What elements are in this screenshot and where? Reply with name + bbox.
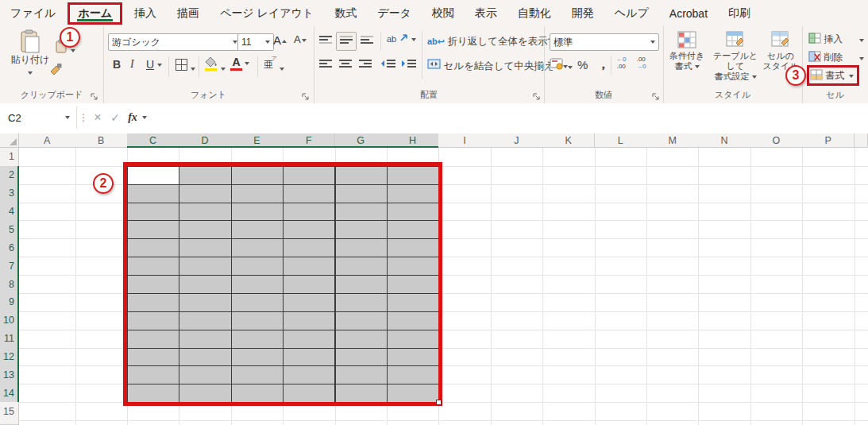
fill-color-button[interactable] [204,56,226,74]
align-right-button[interactable] [358,59,372,71]
menu-tab-page-layout[interactable]: ページ レイアウト [210,2,324,25]
menu-tab-automate[interactable]: 自動化 [507,2,561,25]
cancel-button[interactable]: × [89,106,106,129]
bold-button[interactable]: B [113,58,121,71]
column-header-O[interactable]: O [750,133,803,148]
font-name-select[interactable]: 游ゴシック [108,33,241,51]
format-painter-button[interactable] [49,63,63,79]
menu-tab-home[interactable]: ホーム [68,2,122,25]
top-align-button[interactable] [318,35,333,48]
row-header-7[interactable]: 7 [0,257,19,276]
increase-decimal-button[interactable]: ←0 .00 [616,56,626,70]
column-header-B[interactable]: B [75,133,128,148]
italic-button[interactable]: I [130,58,134,71]
menu-tab-insert[interactable]: 挿入 [124,2,167,25]
name-box[interactable]: C2 [0,106,76,129]
fill-color-icon [204,56,218,71]
font-color-button[interactable]: A [230,56,249,71]
increase-indent-button[interactable] [401,59,417,71]
row-header-6[interactable]: 6 [0,238,19,257]
percent-style-button[interactable]: % [577,58,588,71]
column-header-M[interactable]: M [646,133,699,148]
menu-tab-file[interactable]: ファイル [0,2,66,25]
divider [76,106,77,129]
cancel-icon: × [94,110,101,125]
increase-decimal-bottom: .00 [617,63,626,70]
shrink-font-button[interactable]: A [294,33,307,45]
paste-button[interactable]: 貼り付け [10,29,51,85]
middle-align-button[interactable] [336,32,357,51]
fill-handle[interactable] [436,400,442,405]
row-header-15[interactable]: 15 [0,402,19,421]
column-header-K[interactable]: K [542,133,595,148]
menu-tab-print[interactable]: 印刷 [718,2,761,25]
decrease-decimal-button[interactable]: .00 →0 [636,56,646,70]
formula-input[interactable] [152,106,868,129]
bottom-align-button[interactable] [360,35,374,48]
insert-cells-button[interactable]: 挿入 [808,33,866,46]
menu-tab-developer[interactable]: 開発 [561,2,604,25]
decrease-indent-button[interactable] [380,59,396,71]
column-header-J[interactable]: J [491,133,543,148]
align-center-button[interactable] [338,59,353,71]
row-header-partial[interactable] [0,420,19,425]
menu-tab-view[interactable]: 表示 [465,2,507,25]
comma-style-button[interactable]: ， [596,55,610,73]
select-all-corner[interactable] [0,133,19,148]
column-header-N[interactable]: N [698,133,750,148]
row-header-11[interactable]: 11 [0,330,19,349]
accounting-format-button[interactable] [550,58,573,72]
phonetic-button[interactable]: ア 亜 [264,56,284,74]
row-header-12[interactable]: 12 [0,348,19,367]
row-header-2[interactable]: 2 [0,166,19,185]
row-header-1[interactable]: 1 [0,148,19,167]
menu-tab-label: 印刷 [728,6,750,19]
accounting-chevron [568,66,573,69]
underline-button[interactable]: U [146,58,162,71]
insert-function-button[interactable]: fx [124,106,141,129]
format-as-table-button[interactable]: テーブルとして 書式設定 [711,31,760,82]
align-left-button[interactable] [318,59,333,71]
delete-cells-button[interactable]: 削除 [808,51,866,64]
row-header-3[interactable]: 3 [0,184,19,203]
menu-tab-acrobat[interactable]: Acrobat [659,3,718,24]
align-left-icon [318,59,333,69]
column-header-partial[interactable] [854,133,868,148]
annotation-step-2: 2 [93,173,114,194]
name-box-splitter[interactable]: ⋮ [79,106,87,129]
number-format-select[interactable]: 標準 [550,33,659,51]
menu-tab-review[interactable]: 校閲 [422,2,465,25]
enter-button[interactable]: ✓ [106,106,124,129]
decrease-decimal-top: .00 [637,56,646,63]
row-header-4[interactable]: 4 [0,203,19,222]
row-header-9[interactable]: 9 [0,293,19,312]
orientation-button[interactable]: ab [387,33,416,44]
menu-tab-draw[interactable]: 描画 [167,2,210,25]
row-header-13[interactable]: 13 [0,365,19,384]
borders-button[interactable] [175,58,195,74]
font-color-chevron [245,62,249,65]
font-dialog-launcher[interactable] [302,92,310,100]
column-header-P[interactable]: P [802,133,854,148]
conditional-formatting-button[interactable]: 条件付き 書式 [665,31,709,71]
row-header-5[interactable]: 5 [0,220,19,239]
column-header-L[interactable]: L [595,133,647,148]
row-header-14[interactable]: 14 [0,384,19,403]
percent-label: % [577,58,588,71]
alignment-dialog-launcher[interactable] [533,92,541,100]
menu-tab-help[interactable]: ヘルプ [604,2,659,25]
number-dialog-launcher[interactable] [652,92,660,100]
menu-tab-label: 描画 [177,6,199,19]
font-size-select[interactable]: 11 [237,33,274,51]
menu-tab-label: 自動化 [518,6,551,19]
row-header-10[interactable]: 10 [0,311,19,330]
grow-font-button[interactable]: A [273,33,287,47]
row-header-8[interactable]: 8 [0,275,19,294]
menu-tab-formulas[interactable]: 数式 [324,2,367,25]
menu-tab-data[interactable]: データ [367,2,422,25]
column-header-A[interactable]: A [19,133,76,148]
ribbon-group-styles: 条件付き 書式 テーブルとして 書式設定 [663,26,803,103]
column-header-I[interactable]: I [438,133,491,148]
clipboard-dialog-launcher[interactable] [91,92,98,100]
ribbon: 貼り付け クリップボード [0,26,868,104]
